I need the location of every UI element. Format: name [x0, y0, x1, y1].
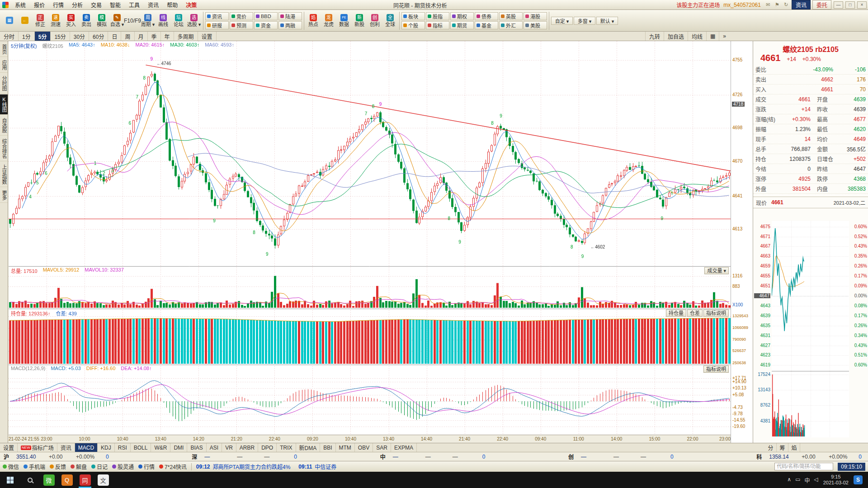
toolbar-股指-button[interactable]: 股指 [426, 12, 449, 20]
period-均线-button[interactable]: 均线 [688, 32, 706, 41]
quote-mini-chart-canvas[interactable] [772, 221, 849, 437]
toolbar-longhu-button[interactable]: 龙龙虎 [321, 14, 336, 27]
sidebar-tab-首页[interactable]: 首页 [0, 42, 8, 57]
bottom-link-行情[interactable]: 行情 [138, 463, 155, 470]
news-item[interactable]: 09:12郑商所PTA期货主力合约跌超4% [196, 463, 291, 470]
indicator-tab-EXPMA[interactable]: EXPMA [391, 443, 417, 452]
sidebar-tab-K线图[interactable]: K线图 [0, 94, 8, 115]
bottom-link-解盘[interactable]: 解盘 [71, 463, 87, 470]
indicator-tab-OBV[interactable]: OBV [355, 443, 373, 452]
tray-icon[interactable]: ∧ [787, 476, 791, 484]
toolbar-陆港-button[interactable]: 陆港 [278, 12, 302, 20]
menu-decision[interactable]: 决策 [182, 0, 201, 9]
taskbar-app-wechat[interactable]: 微 [40, 472, 58, 488]
toolbar-BBD-button[interactable]: BBD [254, 12, 278, 20]
sidebar-tab-上证指数[interactable]: 上证指数 [0, 162, 8, 187]
toolbar-chuangli-button[interactable]: 创创利 [367, 14, 382, 27]
bottom-link-日记[interactable]: 日记 [91, 463, 108, 470]
mail-icon[interactable]: ✉ [764, 2, 772, 8]
menu-交易[interactable]: 交易 [87, 0, 106, 9]
sogou-ime-icon[interactable]: S [854, 475, 863, 484]
tray-icon[interactable]: ▭ [795, 476, 800, 484]
position-指标说明-button[interactable]: 指标说明 [703, 310, 729, 317]
main-chart-canvas[interactable] [9, 41, 731, 435]
window-layout-icon[interactable]: ▦ [706, 32, 719, 41]
minimize-button[interactable]: — [834, 1, 843, 9]
menu-报价[interactable]: 报价 [30, 0, 49, 9]
toolbar-redian-button[interactable]: 焰热点 [306, 14, 321, 27]
quote-tab-分[interactable]: 分 [765, 443, 777, 452]
period-tab-周[interactable]: 周 [121, 32, 134, 41]
toolbar-板块-button[interactable]: 板块 [401, 12, 425, 20]
taskbar-clock[interactable]: 9:15 2021-03-02 [823, 474, 849, 486]
toolbar-zixuan-button[interactable]: ✎自选 ▾ [109, 14, 125, 27]
toolbar-资金-button[interactable]: 资金 [254, 21, 278, 29]
period-tab-15分[interactable]: 15分 [51, 32, 70, 41]
toolbar-指标-button[interactable]: 指标 [426, 21, 449, 29]
bottom-link-手机端[interactable]: 手机端 [24, 463, 45, 470]
toolbar-外汇-button[interactable]: 外汇 [499, 21, 523, 29]
indicator-tab-MTM[interactable]: MTM [336, 443, 355, 452]
toolbar-美股-button[interactable]: 美股 [524, 21, 547, 29]
news-item[interactable]: 09:11中信证券 [298, 463, 336, 470]
indicator-tab-资讯[interactable]: 资讯 [57, 443, 75, 452]
trade-entrust-button[interactable]: 委托 [812, 0, 831, 9]
volume-indicator-select-button[interactable]: 成交量 ▾ [704, 267, 729, 274]
toolbar-mairu-button[interactable]: 买买入 [63, 14, 79, 27]
toolbar-shuju-button[interactable]: PE数据 [336, 14, 352, 27]
tray-icon[interactable]: ◁ [814, 476, 818, 484]
sidebar-tab-自选股[interactable]: 自选股 [0, 116, 8, 136]
menu-资讯[interactable]: 资讯 [144, 0, 163, 9]
taskbar-app-qq[interactable]: Q [58, 472, 76, 488]
toolbar-多窗-button[interactable]: 多窗 ▾ [574, 17, 595, 25]
toolbar-两融-button[interactable]: 两融 [278, 21, 302, 29]
indicator-tab-TRIX[interactable]: TRIX [277, 443, 296, 452]
indicator-tab-设置[interactable]: 设置 [0, 443, 18, 452]
toolbar-英股-button[interactable]: 英股 [499, 12, 523, 20]
maximize-button[interactable]: □ [845, 1, 855, 9]
refresh-icon[interactable]: ↻ [783, 2, 790, 8]
indicator-tab-MACD[interactable]: MACD [75, 443, 98, 452]
period-加自选-button[interactable]: 加自选 [664, 32, 688, 41]
indicator-tab-VR[interactable]: VR [222, 443, 236, 452]
toolbar-期权-button[interactable]: 期权 [450, 12, 474, 20]
menu-分析[interactable]: 分析 [68, 0, 87, 9]
sidebar-tab-更多[interactable]: 更多 [0, 188, 8, 203]
indicator-tab-W&R[interactable]: W&R [151, 443, 170, 452]
toolbar-cesu-button[interactable]: 速测速 [48, 14, 63, 27]
menu-工具[interactable]: 工具 [125, 0, 144, 9]
position-仓差-button[interactable]: 仓差 [687, 310, 703, 317]
toolbar-zhouqi-button[interactable]: 周周期 ▾ [140, 14, 156, 27]
toolbar-竞价-button[interactable]: 竞价 [230, 12, 253, 20]
toolbar-债券-button[interactable]: 债券 [475, 12, 498, 20]
indicator-tab-BBI[interactable]: BBI [320, 443, 335, 452]
period-tab-设置[interactable]: 设置 [198, 32, 217, 41]
period-tab-多周期[interactable]: 多周期 [174, 32, 198, 41]
indicator-tab-DMI[interactable]: DMI [170, 443, 187, 452]
stock-code-input[interactable]: 代码/名称/简拼/功能 [774, 463, 833, 470]
menu-系统[interactable]: 系统 [11, 0, 30, 9]
period-tab-日[interactable]: 日 [108, 32, 121, 41]
toolbar-xiuzheng-button[interactable]: 正修正 [33, 14, 48, 27]
menu-行情[interactable]: 行情 [49, 0, 68, 9]
period-tab-分时[interactable]: 分时 [0, 32, 19, 41]
bottom-link-7*24快讯[interactable]: 7*24快讯 [159, 463, 187, 470]
indicator-tab-RSI[interactable]: RSI [115, 443, 131, 452]
toolbar-moni-button[interactable]: 模模拟 [94, 14, 109, 27]
toolbar-研报-button[interactable]: 研报 [205, 21, 229, 29]
toolbar-自定-button[interactable]: 自定 ▾ [551, 17, 573, 25]
toolbar-期货-button[interactable]: 期货 [450, 21, 474, 29]
position-持仓量-button[interactable]: 持仓量 [666, 310, 686, 317]
indicator-tab-DPO[interactable]: DPO [258, 443, 277, 452]
menu-智能[interactable]: 智能 [106, 0, 125, 9]
flag-icon[interactable]: ⚑ [774, 2, 781, 8]
period-tab-30分[interactable]: 30分 [70, 32, 89, 41]
toolbar-预测-button[interactable]: 预测 [230, 21, 253, 29]
bottom-link-微信[interactable]: 微信 [3, 463, 19, 470]
toolbar-back-button[interactable]: ← [17, 17, 33, 25]
period-九转-button[interactable]: 九转 [645, 32, 664, 41]
tray-icon[interactable]: 中 [804, 476, 810, 484]
taskbar-app-notepad[interactable]: 文 [94, 472, 112, 488]
period-tab-年[interactable]: 年 [161, 32, 174, 41]
toolbar-quanqiu-button[interactable]: 全全球 [382, 14, 398, 27]
